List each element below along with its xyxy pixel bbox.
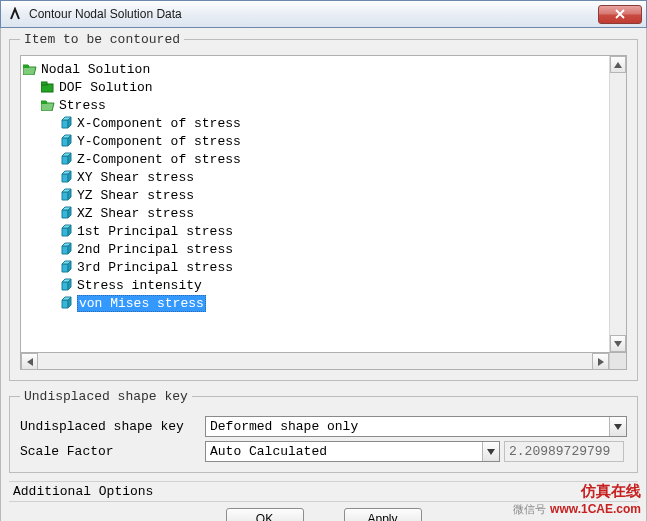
svg-marker-18 bbox=[62, 192, 68, 200]
tree-node-stress-item[interactable]: 1st Principal stress bbox=[23, 222, 607, 240]
cube-icon bbox=[59, 188, 73, 202]
folder-open-icon bbox=[23, 62, 37, 76]
client-area: Item to be contoured Nodal Solution bbox=[0, 28, 647, 521]
row-shape-key: Undisplaced shape key Deformed shape onl… bbox=[20, 416, 627, 437]
svg-marker-33 bbox=[62, 282, 68, 290]
group-undisplaced-shape: Undisplaced shape key Undisplaced shape … bbox=[9, 389, 638, 473]
cube-icon bbox=[59, 152, 73, 166]
tree-node-stress[interactable]: Stress bbox=[23, 96, 607, 114]
group1-legend: Item to be contoured bbox=[20, 32, 184, 47]
scale-factor-dropdown[interactable]: Auto Calculated bbox=[205, 441, 500, 462]
cube-icon bbox=[59, 206, 73, 220]
window-title: Contour Nodal Solution Data bbox=[29, 7, 598, 21]
scale-factor-label: Scale Factor bbox=[20, 444, 205, 459]
svg-rect-5 bbox=[41, 101, 47, 104]
folder-icon bbox=[41, 80, 55, 94]
tree-node-stress-item[interactable]: YZ Shear stress bbox=[23, 186, 607, 204]
ok-button[interactable]: OK bbox=[226, 508, 304, 521]
apply-button[interactable]: Apply bbox=[344, 508, 422, 521]
cube-icon bbox=[59, 278, 73, 292]
shape-key-label: Undisplaced shape key bbox=[20, 419, 205, 434]
svg-marker-36 bbox=[62, 300, 68, 308]
tree-node-stress-item[interactable]: XY Shear stress bbox=[23, 168, 607, 186]
svg-marker-39 bbox=[614, 62, 622, 68]
shape-key-dropdown[interactable]: Deformed shape only bbox=[205, 416, 627, 437]
svg-marker-30 bbox=[62, 264, 68, 272]
chevron-left-icon bbox=[27, 358, 33, 366]
chevron-right-icon bbox=[598, 358, 604, 366]
scroll-left-button[interactable] bbox=[21, 353, 38, 370]
tree-node-stress-item[interactable]: X-Component of stress bbox=[23, 114, 607, 132]
tree-node-stress-item[interactable]: Y-Component of stress bbox=[23, 132, 607, 150]
tree-node-root[interactable]: Nodal Solution bbox=[23, 60, 607, 78]
scroll-up-button[interactable] bbox=[610, 56, 626, 73]
cube-icon bbox=[59, 134, 73, 148]
scroll-down-button[interactable] bbox=[610, 335, 626, 352]
app-icon bbox=[7, 6, 23, 22]
tree-node-stress-item[interactable]: XZ Shear stress bbox=[23, 204, 607, 222]
svg-marker-12 bbox=[62, 156, 68, 164]
chevron-down-icon bbox=[614, 341, 622, 347]
svg-marker-42 bbox=[598, 358, 604, 366]
svg-marker-43 bbox=[614, 424, 622, 430]
dialog-window: Contour Nodal Solution Data Item to be c… bbox=[0, 0, 647, 521]
chevron-up-icon bbox=[614, 62, 622, 68]
solution-tree[interactable]: Nodal Solution DOF Solution bbox=[21, 56, 609, 352]
svg-marker-44 bbox=[487, 449, 495, 455]
svg-marker-9 bbox=[62, 138, 68, 146]
group2-legend: Undisplaced shape key bbox=[20, 389, 192, 404]
svg-rect-1 bbox=[23, 65, 29, 68]
watermark: 仿真在线 微信号 www.1CAE.com bbox=[513, 482, 641, 517]
close-icon bbox=[615, 9, 625, 19]
folder-open-icon bbox=[41, 98, 55, 112]
tree-vscrollbar[interactable] bbox=[609, 56, 626, 352]
row-scale-factor: Scale Factor Auto Calculated 2.209897297… bbox=[20, 441, 627, 462]
tree-node-stress-item[interactable]: 3rd Principal stress bbox=[23, 258, 607, 276]
tree-node-dof[interactable]: DOF Solution bbox=[23, 78, 607, 96]
tree-container: Nodal Solution DOF Solution bbox=[20, 55, 627, 353]
chevron-down-icon bbox=[609, 417, 626, 436]
cube-icon bbox=[59, 260, 73, 274]
scale-factor-value: 2.20989729799 bbox=[504, 441, 624, 462]
scroll-corner bbox=[609, 353, 626, 369]
group-item-to-contour: Item to be contoured Nodal Solution bbox=[9, 32, 638, 381]
svg-marker-27 bbox=[62, 246, 68, 254]
additional-options-label: Additional Options bbox=[13, 484, 153, 499]
close-button[interactable] bbox=[598, 5, 642, 24]
tree-node-stress-item[interactable]: 2nd Principal stress bbox=[23, 240, 607, 258]
svg-marker-40 bbox=[614, 341, 622, 347]
svg-marker-24 bbox=[62, 228, 68, 236]
tree-node-stress-item[interactable]: Stress intensity bbox=[23, 276, 607, 294]
cube-icon bbox=[59, 224, 73, 238]
svg-marker-41 bbox=[27, 358, 33, 366]
svg-marker-21 bbox=[62, 210, 68, 218]
tree-hscrollbar[interactable] bbox=[20, 353, 627, 370]
cube-icon bbox=[59, 242, 73, 256]
cube-icon bbox=[59, 170, 73, 184]
tree-node-stress-item[interactable]: Z-Component of stress bbox=[23, 150, 607, 168]
titlebar[interactable]: Contour Nodal Solution Data bbox=[0, 0, 647, 28]
svg-marker-15 bbox=[62, 174, 68, 182]
cube-icon bbox=[59, 296, 73, 310]
scroll-right-button[interactable] bbox=[592, 353, 609, 370]
svg-rect-3 bbox=[41, 82, 47, 85]
tree-node-stress-item[interactable]: von Mises stress bbox=[23, 294, 607, 312]
cube-icon bbox=[59, 116, 73, 130]
svg-marker-6 bbox=[62, 120, 68, 128]
chevron-down-icon bbox=[482, 442, 499, 461]
